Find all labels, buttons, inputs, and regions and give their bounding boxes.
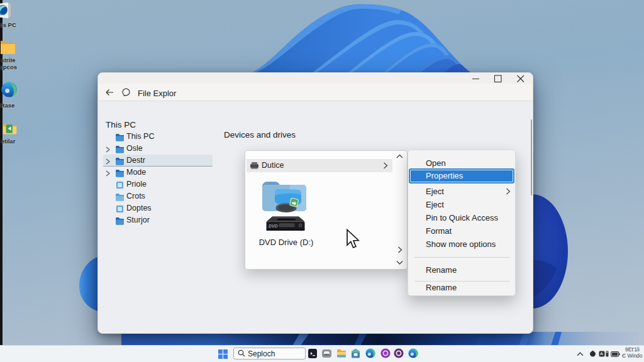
svg-text:DVD: DVD [269,224,277,228]
